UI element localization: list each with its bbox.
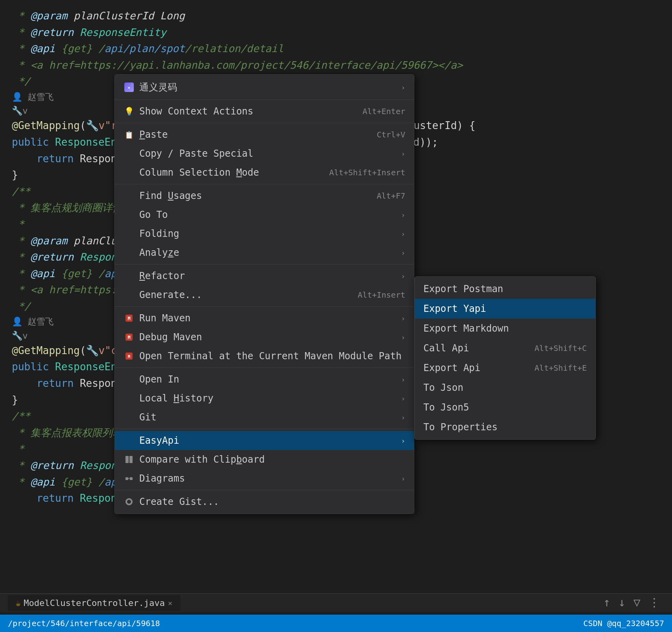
export-api-shortcut: Alt+Shift+E <box>535 363 587 373</box>
to-json-label: To Json <box>423 382 463 393</box>
java-file-icon: ☕ <box>16 598 21 608</box>
refactor-icon <box>124 270 135 281</box>
menu-item-folding[interactable]: Folding › <box>115 224 414 243</box>
export-api-label: Export Api <box>423 362 481 373</box>
menu-item-easyapi[interactable]: EasyApi › <box>115 431 414 450</box>
debug-maven-label: Debug Maven <box>139 332 202 343</box>
sub-menu-item-to-properties[interactable]: To Properties <box>415 417 595 437</box>
code-line-3: * @api {get} /api/plan/spot/relation/det… <box>12 41 660 57</box>
menu-item-tongyi[interactable]: ✦ 通义灵码 › <box>115 77 414 98</box>
open-terminal-maven-label: Open Terminal at the Current Maven Modul… <box>139 351 402 362</box>
generate-shortcut: Alt+Insert <box>358 290 405 300</box>
menu-item-run-maven[interactable]: M Run Maven › <box>115 309 414 328</box>
separator-6 <box>115 368 414 368</box>
menu-item-show-context-actions[interactable]: 💡 Show Context Actions Alt+Enter <box>115 102 414 121</box>
column-selection-label: Column Selection Mode <box>139 167 259 178</box>
local-history-icon <box>124 393 135 404</box>
to-json5-label: To Json5 <box>423 402 469 413</box>
debug-maven-icon: M <box>124 332 135 343</box>
copy-paste-icon <box>124 148 135 159</box>
menu-item-open-in[interactable]: Open In › <box>115 370 414 389</box>
find-usages-icon <box>124 190 135 201</box>
menu-item-debug-maven[interactable]: M Debug Maven › <box>115 328 414 347</box>
export-postman-label: Export Postman <box>423 283 503 294</box>
sub-menu-item-export-yapi[interactable]: Export Yapi <box>415 299 595 319</box>
diagrams-icon <box>124 473 135 484</box>
folding-icon <box>124 228 135 239</box>
separator-8 <box>115 490 414 490</box>
svg-rect-6 <box>125 456 129 463</box>
go-to-label: Go To <box>139 209 168 220</box>
svg-rect-8 <box>125 477 128 480</box>
debug-maven-arrow: › <box>401 333 405 341</box>
local-history-label: Local History <box>139 393 213 404</box>
sub-menu-item-to-json[interactable]: To Json <box>415 378 595 398</box>
sub-menu-item-export-markdown[interactable]: Export Markdown <box>415 319 595 338</box>
menu-item-analyze[interactable]: Analyze › <box>115 243 414 262</box>
to-properties-label: To Properties <box>423 422 498 433</box>
folding-label: Folding <box>139 228 179 239</box>
open-in-icon <box>124 374 135 385</box>
copy-paste-label: Copy / Paste Special <box>139 148 253 159</box>
sub-menu-item-to-json5[interactable]: To Json5 <box>415 398 595 417</box>
open-terminal-maven-icon: M <box>124 351 135 362</box>
svg-text:M: M <box>127 316 130 321</box>
nav-up-button[interactable]: ↑ <box>603 595 610 609</box>
menu-item-paste[interactable]: 📋 Paste Ctrl+V <box>115 125 414 144</box>
find-usages-shortcut: Alt+F7 <box>377 191 405 201</box>
bulb-icon: 💡 <box>124 106 135 117</box>
sub-menu-item-export-api[interactable]: Export Api Alt+Shift+E <box>415 358 595 378</box>
menu-item-diagrams[interactable]: Diagrams › <box>115 469 414 488</box>
export-yapi-label: Export Yapi <box>423 303 486 314</box>
menu-item-create-gist[interactable]: Create Gist... <box>115 492 414 511</box>
menu-item-generate[interactable]: Generate... Alt+Insert <box>115 285 414 304</box>
go-to-arrow: › <box>401 211 405 219</box>
code-line-4: * <a href=https://yapi.lanhanba.com/proj… <box>12 57 660 74</box>
svg-text:M: M <box>128 354 130 359</box>
status-bar-path: /project/546/interface/api/59618 <box>8 619 160 628</box>
nav-more-button[interactable]: ⋮ <box>648 595 660 609</box>
show-context-actions-label: Show Context Actions <box>139 106 253 117</box>
refactor-arrow: › <box>401 272 405 280</box>
nav-filter-button[interactable]: ▽ <box>633 595 640 609</box>
copy-paste-arrow: › <box>401 150 405 158</box>
compare-clipboard-icon <box>124 454 135 465</box>
menu-item-git[interactable]: Git › <box>115 408 414 427</box>
easyapi-icon <box>124 435 135 446</box>
menu-item-local-history[interactable]: Local History › <box>115 389 414 408</box>
column-selection-shortcut: Alt+Shift+Insert <box>329 168 405 177</box>
menu-item-find-usages[interactable]: Find Usages Alt+F7 <box>115 186 414 205</box>
separator-5 <box>115 306 414 307</box>
easyapi-arrow: › <box>401 437 405 445</box>
file-tab[interactable]: ☕ ModelClusterController.java ✕ <box>8 595 180 611</box>
run-maven-label: Run Maven <box>139 313 191 324</box>
folding-arrow: › <box>401 230 405 238</box>
menu-item-open-terminal-maven[interactable]: M Open Terminal at the Current Maven Mod… <box>115 347 414 366</box>
menu-item-copy-paste-special[interactable]: Copy / Paste Special › <box>115 144 414 163</box>
code-line-2: * @return ResponseEntity <box>12 24 660 41</box>
diagrams-label: Diagrams <box>139 473 185 484</box>
menu-item-refactor[interactable]: Refactor › <box>115 266 414 285</box>
generate-label: Generate... <box>139 289 202 300</box>
git-label: Git <box>139 412 156 423</box>
separator-3 <box>115 184 414 184</box>
sub-menu-item-call-api[interactable]: Call Api Alt+Shift+C <box>415 338 595 358</box>
run-maven-icon: M <box>124 313 135 324</box>
tab-bar: ☕ ModelClusterController.java ✕ <box>0 593 672 612</box>
status-bar: /project/546/interface/api/59618 CSDN @q… <box>0 615 672 632</box>
code-line-1: * @param planClusterId Long <box>12 8 660 24</box>
tab-close-button[interactable]: ✕ <box>168 599 172 607</box>
easyapi-submenu: Export Postman Export Yapi Export Markdo… <box>414 276 596 440</box>
sub-menu-item-export-postman[interactable]: Export Postman <box>415 279 595 299</box>
separator-1 <box>115 99 414 100</box>
refactor-label: Refactor <box>139 270 185 281</box>
menu-item-go-to[interactable]: Go To › <box>115 205 414 224</box>
nav-down-button[interactable]: ↓ <box>618 595 625 609</box>
show-context-actions-shortcut: Alt+Enter <box>363 107 405 116</box>
compare-clipboard-label: Compare with Clipboard <box>139 454 265 465</box>
find-usages-label: Find Usages <box>139 190 202 201</box>
menu-item-compare-clipboard[interactable]: Compare with Clipboard <box>115 450 414 469</box>
column-selection-icon <box>124 167 135 178</box>
svg-rect-7 <box>129 456 133 463</box>
menu-item-column-selection[interactable]: Column Selection Mode Alt+Shift+Insert <box>115 163 414 182</box>
